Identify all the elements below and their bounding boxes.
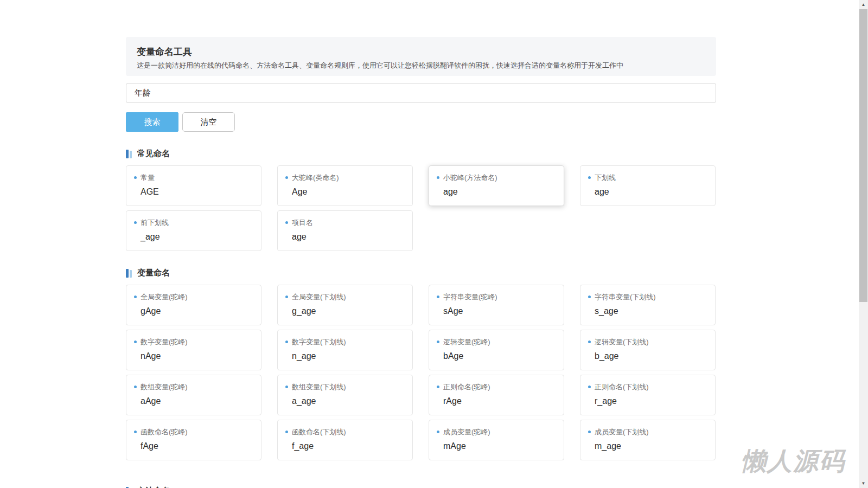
page-description: 这是一款简洁好用的在线的代码命名、方法命名工具、变量命名规则库，使用它可以让您轻… [137,61,705,70]
naming-value[interactable]: s_age [595,306,707,316]
naming-card[interactable]: 小驼峰(方法命名) age [429,165,564,206]
naming-type-label: 大驼峰(类命名) [292,173,339,182]
naming-card[interactable]: 函数命名(驼峰) fAge [126,420,261,460]
naming-value[interactable]: aAge [141,396,253,406]
main-content: 变量命名工具 这是一款简洁好用的在线的代码命名、方法命名工具、变量命名规则库，使… [126,0,716,488]
card-label-row: 字符串变量(驼峰) [437,292,556,301]
bullet-icon [285,386,288,388]
naming-card[interactable]: 数字变量(驼峰) nAge [126,330,261,370]
clear-button[interactable]: 清空 [182,112,235,132]
naming-card[interactable]: 全局变量(驼峰) gAge [126,285,261,325]
naming-value[interactable]: _age [141,232,253,242]
naming-value[interactable]: age [443,187,556,197]
card-label-row: 数字变量(驼峰) [134,337,253,346]
naming-value[interactable]: nAge [141,351,253,361]
naming-card[interactable]: 逻辑变量(下划线) b_age [580,330,716,370]
naming-value[interactable]: age [292,232,405,242]
naming-card[interactable]: 前下划线 _age [126,210,261,251]
naming-type-label: 下划线 [595,173,616,182]
card-label-row: 正则命名(下划线) [588,382,707,391]
naming-value[interactable]: gAge [141,306,253,316]
app-header: 变量命名工具 这是一款简洁好用的在线的代码命名、方法命名工具、变量命名规则库，使… [126,37,716,76]
naming-value[interactable]: rAge [443,396,556,406]
vertical-scrollbar[interactable]: ▲ ▼ [859,0,868,488]
naming-card[interactable]: 下划线 age [580,165,716,206]
bullet-icon [437,176,439,179]
naming-card[interactable]: 逻辑变量(驼峰) bAge [429,330,564,370]
card-label-row: 大驼峰(类命名) [285,173,405,182]
naming-section: 方法命名 [126,486,716,488]
naming-value[interactable]: b_age [595,351,707,361]
naming-card[interactable]: 常量 AGE [126,165,261,206]
card-label-row: 项目名 [285,218,405,227]
bullet-icon [588,176,591,179]
naming-value[interactable]: fAge [141,441,253,451]
naming-value[interactable]: g_age [292,306,405,316]
naming-value[interactable]: m_age [595,441,707,451]
card-label-row: 函数命名(驼峰) [134,427,253,436]
naming-type-label: 正则命名(下划线) [595,382,649,391]
search-input[interactable] [126,83,716,103]
naming-card[interactable]: 正则命名(驼峰) rAge [429,375,564,415]
naming-value[interactable]: AGE [141,187,253,197]
naming-type-label: 逻辑变量(下划线) [595,337,649,346]
naming-card[interactable]: 字符串变量(驼峰) sAge [429,285,564,325]
bullet-icon [134,431,137,433]
naming-section: 变量命名 全局变量(驼峰) gAge 全局变量(下划线) g_age 字符串变量… [126,268,716,460]
bullet-icon [437,431,439,433]
section-header: 常见命名 [126,149,716,159]
scrollbar-thumb[interactable] [859,9,867,302]
naming-card[interactable]: 项目名 age [277,210,413,251]
card-label-row: 数组变量(驼峰) [134,382,253,391]
naming-value[interactable]: bAge [443,351,556,361]
bullet-icon [134,296,137,298]
naming-value[interactable]: sAge [443,306,556,316]
section-marker-icon [126,150,132,158]
naming-value[interactable]: r_age [595,396,707,406]
naming-value[interactable]: mAge [443,441,556,451]
naming-card[interactable]: 数组变量(驼峰) aAge [126,375,261,415]
card-label-row: 全局变量(下划线) [285,292,405,301]
naming-value[interactable]: Age [292,187,405,197]
naming-type-label: 全局变量(驼峰) [141,292,188,301]
naming-card[interactable]: 数组变量(下划线) a_age [277,375,413,415]
scrollbar-down-arrow[interactable]: ▼ [859,479,868,488]
naming-card[interactable]: 数字变量(下划线) n_age [277,330,413,370]
card-label-row: 函数命名(下划线) [285,427,405,436]
section-title: 方法命名 [137,486,170,488]
naming-value[interactable]: n_age [292,351,405,361]
naming-value[interactable]: a_age [292,396,405,406]
card-grid: 全局变量(驼峰) gAge 全局变量(下划线) g_age 字符串变量(驼峰) … [126,285,716,460]
search-button[interactable]: 搜索 [126,112,178,132]
naming-card[interactable]: 全局变量(下划线) g_age [277,285,413,325]
naming-type-label: 数组变量(下划线) [292,382,346,391]
card-label-row: 小驼峰(方法命名) [437,173,556,182]
section-title: 变量命名 [137,268,170,278]
naming-type-label: 正则命名(驼峰) [443,382,490,391]
naming-card[interactable]: 大驼峰(类命名) Age [277,165,413,206]
scrollbar-up-arrow[interactable]: ▲ [859,0,868,9]
naming-card[interactable]: 字符串变量(下划线) s_age [580,285,716,325]
naming-type-label: 函数命名(下划线) [292,427,346,436]
section-header: 变量命名 [126,268,716,278]
naming-value[interactable]: age [595,187,707,197]
card-label-row: 数组变量(下划线) [285,382,405,391]
naming-card[interactable]: 成员变量(驼峰) mAge [429,420,564,460]
button-row: 搜索 清空 [126,112,716,132]
bullet-icon [285,341,288,343]
card-label-row: 全局变量(驼峰) [134,292,253,301]
naming-value[interactable]: f_age [292,441,405,451]
card-label-row: 逻辑变量(下划线) [588,337,707,346]
naming-card[interactable]: 成员变量(下划线) m_age [580,420,716,460]
bullet-icon [285,431,288,433]
bullet-icon [437,296,439,298]
naming-type-label: 小驼峰(方法命名) [443,173,497,182]
card-label-row: 成员变量(下划线) [588,427,707,436]
section-title: 常见命名 [137,149,170,159]
card-label-row: 逻辑变量(驼峰) [437,337,556,346]
naming-type-label: 字符串变量(下划线) [595,292,656,301]
naming-type-label: 前下划线 [141,218,169,227]
naming-card[interactable]: 正则命名(下划线) r_age [580,375,716,415]
section-header: 方法命名 [126,486,716,488]
naming-card[interactable]: 函数命名(下划线) f_age [277,420,413,460]
